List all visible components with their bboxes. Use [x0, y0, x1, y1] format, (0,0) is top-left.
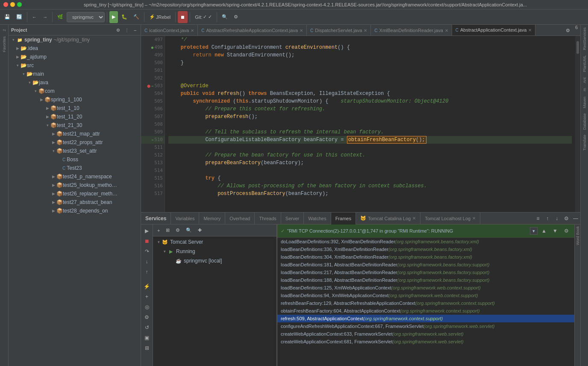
debug-btn[interactable]: 🐛 — [119, 11, 130, 23]
run-btn[interactable]: ▶ — [109, 11, 118, 23]
forward-btn[interactable]: → — [40, 11, 50, 23]
tab-abstractrefreshable[interactable]: C AbstractRefreshableApplicationContext.… — [198, 25, 307, 36]
restore-btn[interactable]: ⊞ — [142, 343, 152, 353]
rerun-btn[interactable]: ↺ — [142, 323, 152, 332]
tree-root[interactable]: ▾ 📁 spring_tiny ~/git/spring_tiny — [9, 35, 141, 44]
left-tab-2[interactable]: 2 — [1, 27, 7, 34]
tree-item-idea[interactable]: ▶ 📂 .idea — [9, 44, 141, 53]
minimize-button[interactable] — [10, 2, 15, 7]
tree-item-Test23[interactable]: C Test23 — [9, 164, 141, 172]
sync-btn[interactable]: 🔄 — [14, 11, 25, 23]
tree-item-test_11_20[interactable]: ▶ 📦 test_11_20 — [9, 112, 141, 121]
tab-xmlbeandefinitionreader[interactable]: C XmlBeanDefinitionReader.java ✕ — [371, 25, 452, 36]
service-group-btn[interactable]: ⊞ — [163, 226, 172, 235]
tab-frames[interactable]: Frames — [331, 213, 356, 224]
side-maven[interactable]: Maven — [582, 94, 587, 111]
tree-item-main[interactable]: ▾ 📂 main — [9, 70, 141, 78]
tab-memory[interactable]: Memory — [199, 213, 225, 224]
debug-toolbar-btn4[interactable]: ⚙ — [562, 214, 571, 223]
sidebar-gear-btn[interactable]: ⋮ — [123, 26, 131, 34]
tree-item-test_1_10[interactable]: ▶ 📦 test_1_10 — [9, 104, 141, 112]
tab-server[interactable]: Server — [281, 213, 304, 224]
service-plus2-btn[interactable]: ✚ — [195, 226, 204, 235]
sidebar-settings-btn[interactable]: ⚙ — [115, 26, 122, 34]
settings-btn[interactable]: ⚙ — [231, 11, 241, 23]
service-item-tomcat[interactable]: ▾ 🐱 Tomcat Server — [153, 237, 276, 247]
frame-row-4[interactable]: loadBeanDefinitions:217, AbstractBeanDef… — [277, 269, 574, 276]
service-item-running[interactable]: ▾ ▶ Running — [153, 247, 276, 256]
close-button[interactable] — [3, 2, 8, 7]
code-editor[interactable]: 497 ●498 499 500 501 502 ●→503 504 505 5… — [141, 36, 580, 212]
tree-item-Boss[interactable]: C Boss — [9, 155, 141, 164]
service-item-springmvc[interactable]: ☕ springmvc [local] — [153, 256, 276, 266]
tree-item-test25[interactable]: ▶ 📦 test25_lookup_metho… — [9, 181, 141, 189]
thread-dropdown-btn[interactable]: ▾ — [530, 227, 538, 235]
pause-btn[interactable]: ⏹ — [142, 236, 152, 246]
save-btn[interactable]: 💾 — [2, 11, 13, 23]
tab-watches[interactable]: Watches — [304, 213, 331, 224]
step-out-btn[interactable]: ↑ — [142, 267, 152, 277]
tree-item-test21_map_attr[interactable]: ▶ 📦 test21_map_attr — [9, 130, 141, 138]
tree-item-com[interactable]: ▾ 📦 com — [9, 87, 141, 95]
service-filter-btn[interactable]: ⚙ — [173, 226, 182, 235]
tab-variables[interactable]: Variables — [171, 213, 199, 224]
frame-row-8[interactable]: refreshBeanFactory:129, AbstractRefresha… — [277, 299, 574, 307]
side-plantuml[interactable]: PlantUML — [582, 53, 587, 75]
maximize-button[interactable] — [17, 2, 22, 7]
side-rest-services[interactable]: RestServices — [582, 25, 587, 53]
debug-toolbar-btn3[interactable]: ↓ — [552, 214, 562, 223]
frame-row-6[interactable]: loadBeanDefinitions:125, XmlWebApplicati… — [277, 284, 574, 292]
tab-overhead[interactable]: Overhead — [225, 213, 255, 224]
tree-item-test23_set_attr[interactable]: ▾ 📦 test23_set_attr — [9, 147, 141, 155]
spring-btn[interactable]: 🌿 — [55, 11, 66, 23]
frame-row-3[interactable]: loadBeanDefinitions:181, AbstractBeanDef… — [277, 261, 574, 269]
settings-debug-btn[interactable]: ⚙ — [142, 313, 152, 322]
tomcat-localhost-close[interactable]: ✕ — [472, 216, 476, 221]
tree-item-src[interactable]: ▾ 📂 src — [9, 61, 141, 70]
tab5-close[interactable]: ✕ — [528, 28, 532, 32]
tree-item-spring_1_100[interactable]: ▶ 📦 spring_1_100 — [9, 95, 141, 104]
tab-tomcat-localhost-log[interactable]: Tomcat Localhost Log ✕ — [420, 213, 480, 224]
side-translate[interactable]: Translate — [582, 132, 587, 153]
editor-scrollbar[interactable] — [575, 36, 580, 212]
tree-item-test22_props_attr[interactable]: ▶ 📦 test22_props_attr — [9, 138, 141, 147]
frame-row-10[interactable]: refresh:509, AbstractApplicationContext … — [277, 315, 574, 322]
debug-toolbar-btn2[interactable]: ↑ — [543, 214, 552, 223]
evaluate-btn[interactable]: ⚡ — [142, 282, 152, 291]
tab-settings-btn[interactable]: ⚙ — [563, 25, 573, 36]
frame-row-13[interactable]: createWebApplicationContext:681, Framewo… — [277, 338, 574, 345]
tree-item-test24[interactable]: ▶ 📦 test24_p_namespace — [9, 172, 141, 181]
debug-toolbar-btn5[interactable]: — — [571, 214, 580, 223]
tree-item-test27[interactable]: ▶ 📦 test27_abstract_bean — [9, 198, 141, 207]
frame-row-11[interactable]: configureAndRefreshWebApplicationContext… — [277, 322, 574, 330]
frame-row-12[interactable]: createWebApplicationContext:633, Framewo… — [277, 330, 574, 338]
frame-row-5[interactable]: loadBeanDefinitions:188, AbstractBeanDef… — [277, 276, 574, 284]
tree-item-test28[interactable]: ▶ 📦 test28_depends_on — [9, 207, 141, 215]
side-database[interactable]: Database — [582, 111, 587, 133]
side-ant[interactable]: Ant — [582, 75, 587, 86]
config-dropdown[interactable]: springmvc — [67, 12, 105, 22]
service-add-btn[interactable]: + — [155, 226, 162, 235]
stop-btn[interactable]: ⏹ — [178, 11, 188, 23]
side-word-book[interactable]: Word Book — [576, 224, 580, 247]
tab-abstractapplicationcontext[interactable]: C AbstractApplicationContext.java ✕ — [452, 25, 536, 36]
side-m[interactable]: m — [582, 86, 587, 94]
tab-tomcat-catalina-log[interactable]: 🐱 Tomcat Catalina Log ✕ — [356, 213, 420, 224]
tab-threads[interactable]: Threads — [255, 213, 281, 224]
tab4-close[interactable]: ✕ — [445, 28, 448, 33]
left-tab-favorites[interactable]: Favorites — [1, 34, 7, 55]
tab-dispatcherservlet[interactable]: C DispatcherServlet.java ✕ — [307, 25, 371, 36]
scrollbar-thumb[interactable] — [576, 41, 579, 54]
frame-row-7[interactable]: loadBeanDefinitions:94, XmlWebApplicatio… — [277, 292, 574, 299]
step-over-btn[interactable]: ↷ — [142, 247, 152, 256]
frame-row-9[interactable]: obtainFreshBeanFactory:604, AbstractAppl… — [277, 307, 574, 315]
tree-item-test26[interactable]: ▶ 📦 test26_replacer_meth… — [9, 189, 141, 198]
git-btn[interactable]: Git: ✓ ✓ — [192, 11, 215, 23]
service-search-btn[interactable]: 🔍 — [183, 226, 194, 235]
frame-row-2[interactable]: loadBeanDefinitions:304, XmlBeanDefiniti… — [277, 253, 574, 261]
tomcat-catalina-close[interactable]: ✕ — [412, 216, 416, 221]
thread-filter-btn[interactable]: ⚙ — [562, 226, 571, 236]
tree-item-ajdump[interactable]: ▶ 📂 _ajdump — [9, 53, 141, 61]
tree-item-test_21_30[interactable]: ▾ 📦 test_21_30 — [9, 121, 141, 130]
thread-nav-up[interactable]: ▲ — [539, 226, 549, 236]
